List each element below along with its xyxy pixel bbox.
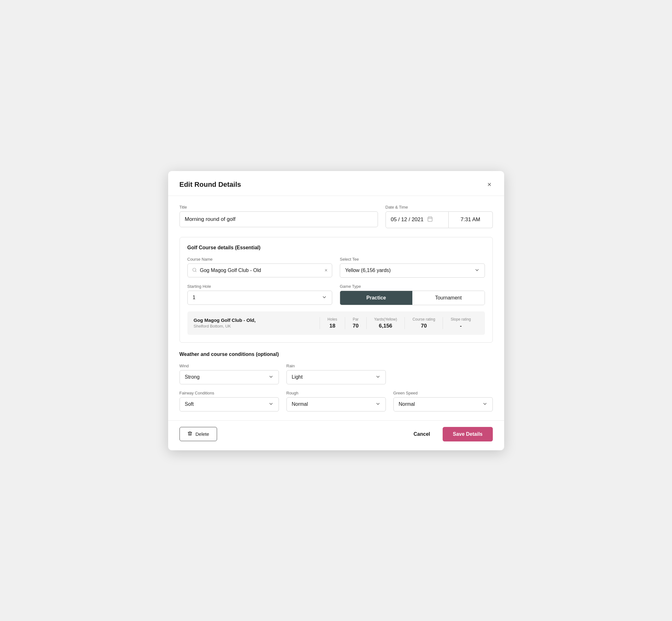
title-input[interactable] (179, 211, 378, 227)
delete-label: Delete (196, 431, 209, 437)
holes-stat: Holes 18 (320, 317, 345, 329)
course-name-group: Course Name Gog Magog Golf Club - Old × (187, 257, 333, 278)
chevron-down-icon-6 (375, 401, 380, 407)
fairway-label: Fairway Conditions (179, 391, 279, 396)
tournament-button[interactable]: Tournament (412, 291, 485, 305)
course-name-value: Gog Magog Golf Club - Old (200, 267, 322, 273)
course-name-label: Course Name (187, 257, 333, 261)
search-icon (192, 267, 197, 273)
svg-line-5 (195, 271, 196, 272)
practice-button[interactable]: Practice (340, 291, 412, 305)
save-button[interactable]: Save Details (443, 427, 493, 442)
starting-hole-group: Starting Hole 1 (187, 284, 333, 305)
edit-round-modal: Edit Round Details × Title Date & Time 0… (168, 171, 504, 450)
time-input[interactable]: 7:31 AM (449, 211, 493, 228)
time-value: 7:31 AM (461, 216, 480, 223)
wind-group: Wind Strong (179, 364, 279, 384)
select-tee-value: Yellow (6,156 yards) (345, 267, 390, 273)
weather-section: Weather and course conditions (optional)… (179, 351, 493, 411)
yards-label: Yards(Yellow) (374, 317, 397, 322)
chevron-down-icon-4 (375, 374, 380, 380)
rain-group: Rain Light (287, 364, 386, 384)
game-type-group: Game Type Practice Tournament (340, 284, 485, 305)
green-speed-label: Green Speed (393, 391, 493, 396)
cancel-button[interactable]: Cancel (409, 428, 435, 440)
calendar-icon (427, 216, 433, 223)
close-button[interactable]: × (486, 180, 493, 189)
slope-rating-value: - (460, 323, 462, 329)
green-speed-dropdown[interactable]: Normal (393, 397, 493, 411)
holes-value: 18 (329, 323, 335, 329)
select-tee-group: Select Tee Yellow (6,156 yards) (340, 257, 485, 278)
game-type-toggle: Practice Tournament (340, 291, 485, 305)
chevron-down-icon-5 (268, 401, 274, 407)
course-info-row: Gog Magog Golf Club - Old, Shelford Bott… (187, 312, 485, 335)
rain-value: Light (292, 374, 303, 380)
select-tee-dropdown[interactable]: Yellow (6,156 yards) (340, 263, 485, 278)
chevron-down-icon-3 (268, 374, 274, 380)
chevron-down-icon (474, 267, 479, 274)
slope-rating-stat: Slope rating - (443, 317, 478, 329)
title-label: Title (179, 205, 378, 210)
game-type-label: Game Type (340, 284, 485, 289)
course-rating-value: 70 (421, 323, 427, 329)
modal-body: Title Date & Time 05 / 12 / 2021 (168, 196, 504, 411)
wind-rain-row: Wind Strong Rain Light (179, 364, 493, 384)
course-rating-stat: Course rating 70 (405, 317, 443, 329)
par-label: Par (353, 317, 359, 322)
title-field-group: Title (179, 205, 378, 228)
modal-title: Edit Round Details (179, 180, 241, 189)
modal-header: Edit Round Details × (168, 171, 504, 196)
wind-dropdown[interactable]: Strong (179, 370, 279, 384)
rain-label: Rain (287, 364, 386, 368)
select-tee-label: Select Tee (340, 257, 485, 261)
course-name-input[interactable]: Gog Magog Golf Club - Old × (187, 263, 333, 277)
date-input[interactable]: 05 / 12 / 2021 (385, 211, 449, 228)
trash-icon (187, 431, 193, 437)
chevron-down-icon-7 (482, 401, 488, 407)
yards-stat: Yards(Yellow) 6,156 (366, 317, 405, 329)
wind-value: Strong (185, 374, 200, 380)
chevron-down-icon-2 (322, 295, 327, 301)
top-row: Title Date & Time 05 / 12 / 2021 (179, 205, 493, 228)
course-section-title: Golf Course details (Essential) (187, 245, 485, 251)
fairway-dropdown[interactable]: Soft (179, 397, 279, 411)
green-speed-group: Green Speed Normal (393, 391, 493, 411)
starting-hole-label: Starting Hole (187, 284, 333, 289)
date-value: 05 / 12 / 2021 (391, 216, 424, 223)
rain-dropdown[interactable]: Light (287, 370, 386, 384)
par-value: 70 (353, 323, 359, 329)
yards-value: 6,156 (379, 323, 392, 329)
fairway-value: Soft (185, 401, 194, 407)
svg-rect-0 (428, 217, 432, 221)
rough-group: Rough Normal (287, 391, 386, 411)
weather-section-title: Weather and course conditions (optional) (179, 351, 493, 357)
conditions-row: Fairway Conditions Soft Rough Normal (179, 391, 493, 411)
datetime-label: Date & Time (385, 205, 493, 210)
footer-right: Cancel Save Details (409, 427, 493, 442)
holes-label: Holes (328, 317, 337, 322)
starting-hole-dropdown[interactable]: 1 (187, 291, 333, 305)
course-tee-row: Course Name Gog Magog Golf Club - Old × … (187, 257, 485, 278)
starting-hole-value: 1 (193, 295, 196, 300)
course-section: Golf Course details (Essential) Course N… (179, 237, 493, 343)
wind-label: Wind (179, 364, 279, 368)
rough-value: Normal (292, 401, 308, 407)
fairway-group: Fairway Conditions Soft (179, 391, 279, 411)
delete-button[interactable]: Delete (179, 427, 217, 441)
slope-rating-label: Slope rating (451, 317, 471, 322)
green-speed-value: Normal (399, 401, 415, 407)
course-location: Shelford Bottom, UK (194, 324, 320, 329)
par-stat: Par 70 (345, 317, 366, 329)
rough-label: Rough (287, 391, 386, 396)
datetime-inputs: 05 / 12 / 2021 7:31 AM (385, 211, 493, 228)
clear-course-button[interactable]: × (325, 267, 328, 273)
course-display-name: Gog Magog Golf Club - Old, (194, 318, 320, 323)
rough-dropdown[interactable]: Normal (287, 397, 386, 411)
course-rating-label: Course rating (412, 317, 435, 322)
modal-footer: Delete Cancel Save Details (168, 420, 504, 450)
datetime-field-group: Date & Time 05 / 12 / 2021 7:31 AM (385, 205, 493, 228)
hole-gametype-row: Starting Hole 1 Game Type Practice (187, 284, 485, 305)
course-info-name: Gog Magog Golf Club - Old, Shelford Bott… (194, 318, 320, 329)
